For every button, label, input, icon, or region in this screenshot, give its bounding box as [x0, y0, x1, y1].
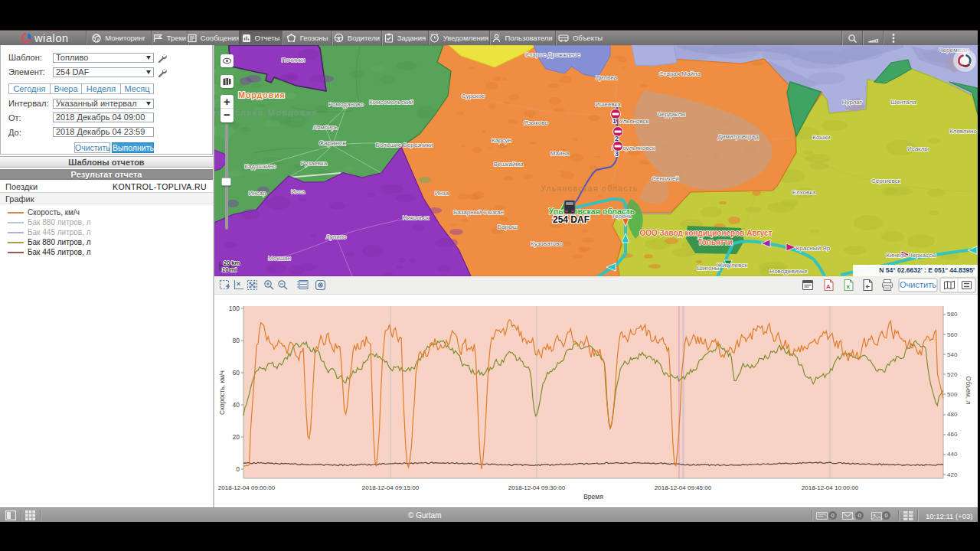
svg-text:20 km: 20 km: [224, 259, 240, 266]
svg-text:580: 580: [947, 311, 958, 318]
svg-text:Жигулевск: Жигулевск: [717, 262, 747, 269]
svg-text:Кошки: Кошки: [812, 134, 831, 141]
svg-text:Рузаевка: Рузаевка: [301, 160, 328, 167]
svg-text:Сергиевск: Сергиевск: [871, 178, 901, 184]
svg-text:440: 440: [947, 451, 958, 458]
svg-text:Клявлино: Клявлино: [949, 128, 977, 135]
svg-text:10 mi: 10 mi: [222, 266, 237, 273]
svg-text:Карсун: Карсун: [492, 137, 511, 144]
svg-text:Нурлат: Нурлат: [842, 99, 863, 106]
svg-text:Барыш: Барыш: [498, 223, 518, 230]
svg-text:480: 480: [947, 411, 958, 418]
svg-text:60: 60: [233, 369, 240, 377]
svg-text:Мокшан: Мокшан: [268, 255, 291, 262]
svg-text:Скорость, км/ч: Скорость, км/ч: [218, 370, 226, 415]
svg-text:Майна: Майна: [550, 150, 570, 157]
svg-text:2018-12-04 09:15:00: 2018-12-04 09:15:00: [362, 484, 420, 491]
svg-text:Новодевичье: Новодевичье: [769, 268, 808, 275]
svg-text:wialon: wialon: [34, 32, 69, 44]
svg-text:20: 20: [233, 433, 240, 441]
svg-text:500: 500: [947, 391, 958, 398]
svg-text:560: 560: [947, 331, 958, 338]
svg-text:Мордовия: Мордовия: [238, 90, 285, 99]
svg-text:Починки: Починки: [281, 57, 305, 64]
svg-text:Сенгилей: Сенгилей: [652, 175, 679, 182]
svg-text:0: 0: [236, 465, 240, 473]
svg-text:460: 460: [947, 431, 958, 438]
svg-text:Вешкайма: Вешкайма: [494, 161, 524, 168]
svg-text:520: 520: [947, 371, 958, 378]
svg-text:Старое Дрожжаное: Старое Дрожжаное: [525, 51, 581, 58]
svg-text:N 54° 02.6632' : E 051° 44.839: N 54° 02.6632' : E 051° 44.8395': [879, 266, 975, 274]
svg-text:Старая Майна: Старая Майна: [659, 70, 701, 77]
svg-text:Комсомольский: Комсомольский: [369, 99, 413, 106]
svg-text:420: 420: [947, 471, 958, 478]
svg-text:Красный Яр: Красный Яр: [796, 245, 831, 252]
svg-text:Елховка: Елховка: [792, 189, 816, 196]
svg-text:2018-12-04 09:30:00: 2018-12-04 09:30:00: [508, 484, 566, 491]
svg-text:Языково: Языково: [524, 119, 548, 126]
svg-text:Лунино: Лунино: [325, 233, 347, 240]
svg-text:80: 80: [233, 337, 240, 344]
svg-text:A: A: [826, 283, 831, 290]
svg-text:Время: Время: [583, 493, 603, 500]
svg-text:Сурское: Сурское: [462, 93, 485, 99]
svg-text:Кузоватово: Кузоватово: [531, 240, 563, 247]
svg-text:ООО Завод кондиционеров Август: ООО Завод кондиционеров Август: [639, 229, 772, 237]
svg-text:Ульяновск: Ульяновск: [619, 118, 649, 125]
svg-text:540: 540: [947, 351, 958, 358]
svg-text:Тольятти: Тольятти: [697, 238, 733, 246]
svg-text:254 DAF: 254 DAF: [553, 214, 590, 225]
svg-text:2018-12-04 10:00:00: 2018-12-04 10:00:00: [802, 484, 859, 491]
svg-text:Цильна: Цильна: [596, 74, 618, 81]
svg-text:Димитровград: Димитровград: [717, 133, 758, 140]
svg-text:Ромоданово: Ромоданово: [328, 101, 364, 108]
svg-text:1: 1: [612, 117, 616, 125]
svg-text:Инсар: Инсар: [248, 190, 266, 197]
svg-text:Кинель-Черкассы: Кинель-Черкассы: [886, 252, 936, 259]
svg-text:Ишеевка: Ишеевка: [595, 101, 621, 108]
svg-text:Никольск: Никольск: [403, 214, 430, 221]
svg-text:Шентала: Шентала: [890, 99, 916, 106]
svg-text:Лямбирь: Лямбирь: [313, 124, 338, 131]
svg-text:2018-12-04 09:00:00: 2018-12-04 09:00:00: [218, 484, 276, 491]
svg-text:Исса: Исса: [291, 188, 305, 195]
svg-text:Кадошкино: Кадошкино: [244, 163, 276, 170]
svg-text:Объем, л: Объем, л: [965, 377, 972, 405]
svg-text:100: 100: [229, 305, 240, 312]
svg-text:Ульяновская область: Ульяновская область: [541, 184, 638, 193]
svg-text:x: x: [847, 283, 851, 290]
svg-text:Очистить: Очистить: [900, 280, 936, 289]
svg-text:Саранск: Саранск: [318, 139, 345, 147]
svg-text:Чердаклы: Чердаклы: [657, 111, 685, 118]
svg-text:Большие Березники: Большие Березники: [376, 142, 433, 148]
svg-text:Исаклы: Исаклы: [907, 145, 929, 152]
svg-text:3: 3: [615, 150, 619, 158]
svg-text:Базарный Сызган: Базарный Сызган: [453, 209, 504, 216]
svg-text:Инза: Инза: [435, 190, 449, 197]
svg-text:2018-12-04 09:45:00: 2018-12-04 09:45:00: [655, 484, 712, 491]
svg-text:40: 40: [233, 401, 240, 409]
